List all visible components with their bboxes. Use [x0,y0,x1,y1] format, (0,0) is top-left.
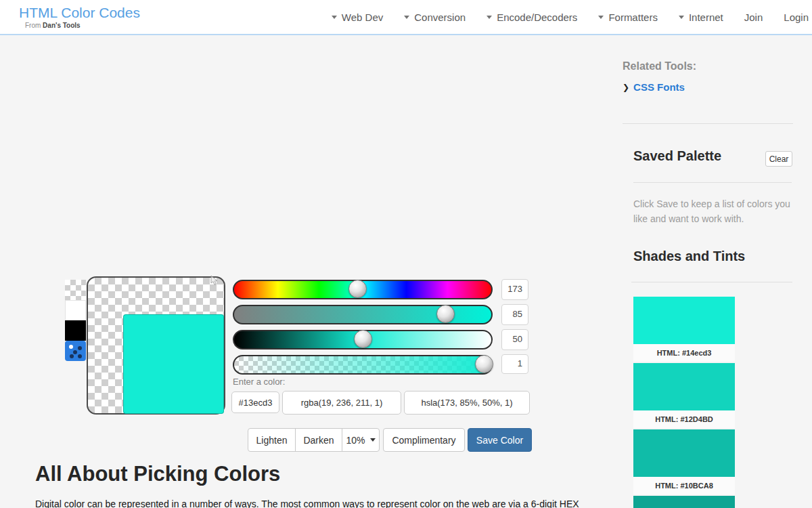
lighten-button[interactable]: Lighten [248,428,296,452]
shade-color-block[interactable] [633,297,735,344]
shade-item[interactable]: HTML: #14ecd3 [633,297,735,362]
shade-label: HTML: #14ecd3 [633,344,735,362]
shade-item[interactable] [633,496,735,508]
nav-item-web-dev[interactable]: Web Dev [332,12,383,23]
shade-item[interactable]: HTML: #12D4BD [633,363,735,428]
darken-button[interactable]: Darken [295,428,342,452]
nav-item-login[interactable]: Login [784,12,809,23]
hue-slider-knob[interactable] [348,280,367,298]
article-paragraph: Digital color can be represented in a nu… [35,497,602,508]
lightness-slider[interactable] [233,330,493,350]
nav-item-label: Internet [689,12,723,23]
shade-color-block[interactable] [633,363,735,410]
percent-dropdown-button[interactable]: 10% [342,428,380,452]
saved-palette-hint: Click Save to keep a list of colors you … [633,196,797,226]
related-tools-title: Related Tools: [623,60,696,72]
saturation-slider[interactable] [233,305,493,324]
lightness-slider-knob[interactable] [354,330,372,348]
black-preset-swatch[interactable] [65,320,86,341]
chevron-right-icon: ❯ [623,83,629,92]
nav-item-formatters[interactable]: Formatters [598,12,658,23]
nav-item-label: Web Dev [342,12,383,23]
css-fonts-link-label: CSS Fonts [633,81,685,93]
lightness-value-field[interactable]: 50 [501,329,528,350]
alpha-slider-knob[interactable] [475,355,493,373]
saturation-value-field[interactable]: 85 [501,304,528,325]
hue-value-field[interactable]: 173 [501,279,528,300]
nav-item-label: Encode/Decoders [497,12,577,23]
page: HTML Color Codes From Dan's Tools Web De… [0,0,812,508]
header: HTML Color Codes From Dan's Tools Web De… [0,0,812,35]
caret-down-icon [679,16,684,19]
nav-item-internet[interactable]: Internet [679,12,723,23]
percent-label: 10% [346,435,365,446]
random-color-dice-button[interactable] [65,341,86,361]
caret-down-icon [487,16,492,19]
save-color-button[interactable]: Save Color [468,428,532,452]
alpha-slider[interactable] [233,355,493,375]
shades-and-tints-title: Shades and Tints [633,249,745,264]
nav-item-label: Login [784,12,809,23]
page-title: All About Picking Colors [35,462,280,486]
nav-item-encode-decoders[interactable]: Encode/Decoders [487,12,577,23]
lighten-darken-group: Lighten Darken 10% [248,428,380,452]
rgba-color-input[interactable] [282,391,401,415]
caret-down-icon [370,438,376,442]
shade-item[interactable]: HTML: #10BCA8 [633,429,735,494]
caret-down-icon [598,16,604,19]
saved-palette-title: Saved Palette [633,148,721,164]
hsla-color-input[interactable] [404,391,530,415]
caret-down-icon [404,16,409,19]
shade-label: HTML: #12D4BD [633,410,735,428]
main-nav: Web DevConversionEncode/DecodersFormatte… [332,12,809,23]
nav-item-join[interactable]: Join [744,12,763,23]
divider [633,182,792,183]
hex-color-input[interactable] [231,391,279,413]
mouse-cursor-icon [209,275,219,287]
shade-label: HTML: #10BCA8 [633,477,735,494]
css-fonts-link[interactable]: ❯ CSS Fonts [623,81,685,93]
site-title[interactable]: HTML Color Codes [19,5,140,21]
dice-dot [78,346,82,350]
preset-color-strip [65,280,86,361]
hue-slider[interactable] [233,280,493,299]
site-logo[interactable]: HTML Color Codes From Dan's Tools [19,5,140,29]
nav-item-label: Join [744,12,763,23]
dice-dot [78,354,82,358]
alpha-value-field[interactable]: 1 [501,354,528,374]
current-color-swatch[interactable] [123,314,224,414]
clear-palette-button[interactable]: Clear [765,151,792,167]
transparent-preset-swatch[interactable] [65,280,86,300]
dice-dot [73,350,77,354]
divider [631,282,792,282]
complimentary-button[interactable]: Complimentary [383,428,465,452]
saturation-slider-knob[interactable] [436,305,455,323]
dice-dot [69,345,73,349]
nav-item-label: Formatters [608,12,658,23]
shade-color-block[interactable] [633,429,735,477]
nav-item-conversion[interactable]: Conversion [404,12,466,23]
site-subtitle: From Dan's Tools [25,22,140,29]
nav-item-label: Conversion [414,12,466,23]
dice-dot [70,354,74,358]
white-preset-swatch[interactable] [65,300,86,320]
enter-color-label: Enter a color: [233,377,285,387]
shades-list: HTML: #14ecd3HTML: #12D4BDHTML: #10BCA8 [633,297,735,508]
shade-color-block[interactable] [633,496,735,508]
divider [623,123,793,124]
caret-down-icon [332,16,337,19]
